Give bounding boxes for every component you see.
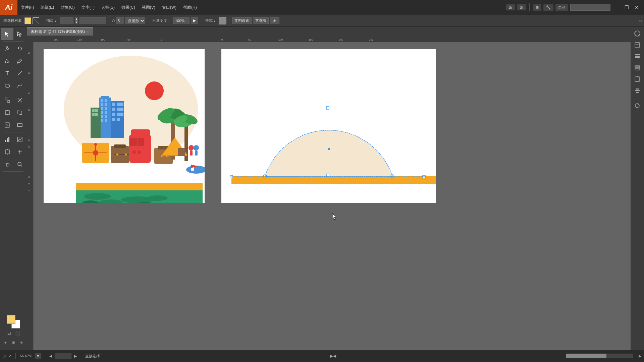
line-icon <box>17 70 23 76</box>
default-colors-btn[interactable]: ⬛ <box>14 330 21 337</box>
stroke-value[interactable] <box>79 17 106 24</box>
align-btn[interactable] <box>632 85 643 96</box>
menu-help[interactable]: 帮助(H) <box>180 0 200 15</box>
status-icon-btn[interactable]: ⊞ <box>3 354 6 358</box>
svg-rect-48 <box>112 103 115 106</box>
hand-tool[interactable] <box>1 158 13 170</box>
fill-swatch[interactable] <box>24 17 31 24</box>
collapse-icon[interactable]: » <box>639 18 642 24</box>
draw-tool[interactable] <box>14 80 26 92</box>
page-next-btn[interactable]: ▶ <box>74 354 77 358</box>
stroke-swatch[interactable] <box>33 17 39 24</box>
svg-rect-42 <box>105 111 107 114</box>
zoom-dropdown-btn[interactable]: ▼ <box>35 353 41 359</box>
transform-panel-btn[interactable] <box>632 74 643 84</box>
doc-canvas <box>34 42 625 345</box>
maximize-btn[interactable]: ❐ <box>623 3 631 11</box>
selection-tool[interactable] <box>1 28 13 40</box>
slice-tool[interactable] <box>14 146 26 158</box>
svg-rect-119 <box>326 174 329 177</box>
menu-window[interactable]: 窗口(W) <box>159 0 180 15</box>
symbol-tool[interactable] <box>1 119 13 131</box>
auto-label[interactable]: 自动 <box>555 4 568 11</box>
fg-bg-swatches[interactable] <box>7 315 20 328</box>
solid-color-btn[interactable]: ■ <box>2 339 9 346</box>
style-swatch[interactable] <box>219 17 226 24</box>
arrange-btn[interactable]: ⊞ <box>533 4 541 11</box>
more-options-btn[interactable]: ≫ <box>270 17 279 24</box>
svg-rect-38 <box>105 103 107 106</box>
svg-point-96 <box>189 145 194 150</box>
menu-text[interactable]: 文字(T) <box>78 0 98 15</box>
artboard-tool[interactable] <box>1 146 13 158</box>
appearance-btn[interactable] <box>632 100 643 111</box>
menu-edit[interactable]: 编辑(E) <box>37 0 57 15</box>
none-btn[interactable]: ⊘ <box>18 339 25 346</box>
transform-tool[interactable] <box>1 107 13 119</box>
ellipse-tool[interactable] <box>1 80 13 92</box>
direct-select-tool[interactable] <box>14 28 26 40</box>
canvas-btn[interactable] <box>632 40 643 50</box>
stroke-input[interactable] <box>60 17 73 24</box>
layers-btn[interactable] <box>632 62 643 73</box>
menu-effect[interactable]: 效果(C) <box>118 0 139 15</box>
doc-settings-btn[interactable]: 文档设置 <box>232 17 252 24</box>
status-right-arrow[interactable]: ▶ <box>639 354 641 358</box>
menu-object[interactable]: 对象(O) <box>57 0 78 15</box>
free-transform-icon <box>17 110 23 116</box>
close-btn[interactable]: ✕ <box>633 3 641 11</box>
status-play-btn[interactable]: ▶ <box>330 354 333 358</box>
graph-tool[interactable] <box>1 133 13 145</box>
tool-row-draw <box>1 43 26 55</box>
tab-close-btn[interactable]: × <box>87 30 89 34</box>
minimize-btn[interactable]: — <box>612 3 621 11</box>
rotate-tool[interactable] <box>14 43 26 55</box>
opacity-more[interactable]: ▶ <box>191 17 198 24</box>
bridge-btn[interactable]: Br <box>506 4 515 10</box>
pen-tool[interactable] <box>1 43 13 55</box>
active-tab[interactable]: 未标题-1* @ 66.67% (RGB/预览) × <box>27 27 93 36</box>
blend-tool[interactable] <box>1 94 13 106</box>
svg-rect-128 <box>635 66 640 67</box>
menu-view[interactable]: 视图(V) <box>139 0 159 15</box>
swap-colors-btn[interactable]: ⇄ <box>6 330 13 337</box>
properties-btn[interactable] <box>632 51 643 62</box>
status-back-btn[interactable]: ◀ <box>333 354 336 358</box>
zoom-tool[interactable] <box>14 158 26 170</box>
artboard-icon <box>4 149 10 155</box>
fg-swatch[interactable] <box>7 315 15 324</box>
tools-icon[interactable]: 🔧 <box>543 4 553 11</box>
page-input[interactable]: 1 <box>55 353 71 359</box>
svg-rect-63 <box>95 113 98 116</box>
left-panel: T <box>0 27 27 350</box>
free-transform-tool[interactable] <box>14 107 26 119</box>
menu-file[interactable]: 文件(F) <box>17 0 37 15</box>
color-guide-btn[interactable] <box>632 28 643 39</box>
chart-tool[interactable] <box>14 133 26 145</box>
page-prev-btn[interactable]: ◀ <box>49 354 52 358</box>
eyedropper-tool[interactable] <box>14 55 26 67</box>
stroke-down[interactable]: ▼ <box>75 21 78 24</box>
status-share-btn[interactable]: ↗ <box>8 354 11 358</box>
panel-separator <box>632 98 642 98</box>
svg-rect-22 <box>5 150 9 154</box>
preferences-btn[interactable]: 首选项 <box>253 17 269 24</box>
pencil-tool[interactable] <box>1 55 13 67</box>
line-tool[interactable] <box>14 67 26 79</box>
scissors-tool[interactable] <box>14 94 26 106</box>
rect-tool[interactable] <box>14 119 26 131</box>
point-count-input[interactable] <box>116 17 124 24</box>
opacity-input[interactable] <box>173 17 190 24</box>
text-tool[interactable]: T <box>1 67 13 79</box>
svg-rect-71 <box>138 138 144 146</box>
menu-right: Br St ⊞ 🔧 自动 — ❐ ✕ <box>506 3 644 11</box>
search-input[interactable] <box>570 4 610 11</box>
shape-select[interactable]: 点圆形 <box>125 17 145 24</box>
stock-btn[interactable]: St <box>517 4 526 10</box>
gradient-btn[interactable]: ▣ <box>10 339 17 346</box>
tool-row-hand <box>1 158 26 170</box>
svg-rect-62 <box>92 113 95 116</box>
stroke-up[interactable]: ▲ <box>75 17 78 21</box>
menu-select[interactable]: 选择(S) <box>98 0 118 15</box>
svg-rect-60 <box>92 109 95 112</box>
